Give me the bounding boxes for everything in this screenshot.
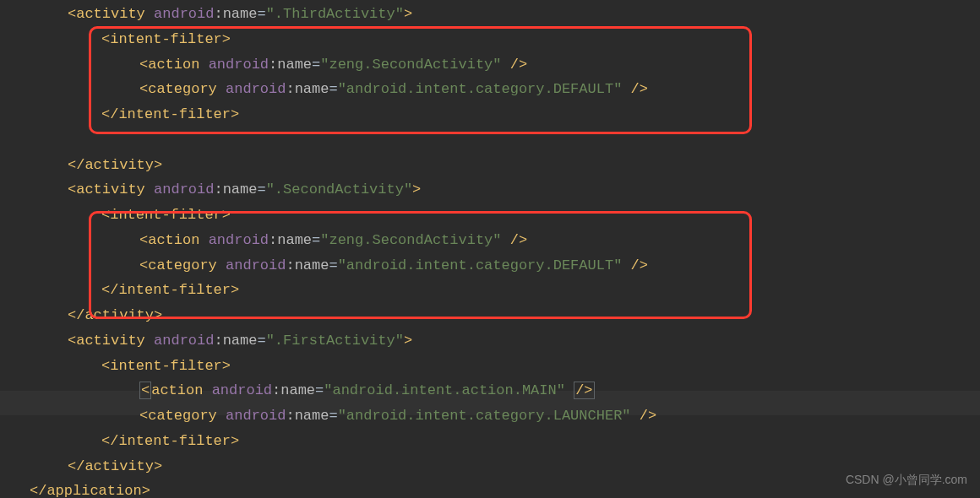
code-line[interactable]: <intent-filter> xyxy=(0,203,980,228)
code-line[interactable] xyxy=(0,127,980,153)
code-line[interactable]: <activity android:name=".FirstActivity"> xyxy=(0,328,980,354)
code-line[interactable]: </activity> xyxy=(0,153,980,178)
code-editor[interactable]: <activity android:name=".ThirdActivity">… xyxy=(0,0,980,498)
code-line[interactable]: <activity android:name=".ThirdActivity"> xyxy=(0,2,980,27)
code-line[interactable]: <intent-filter> xyxy=(0,27,980,52)
code-line[interactable]: <category android:name="android.intent.c… xyxy=(0,403,980,429)
code-line[interactable]: </intent-filter> xyxy=(0,278,980,303)
code-line[interactable]: </activity> xyxy=(0,303,980,328)
code-line[interactable]: <activity android:name=".SecondActivity"… xyxy=(0,177,980,203)
code-line[interactable]: </activity> xyxy=(0,454,980,479)
watermark: CSDN @小曾同学.com xyxy=(846,469,967,490)
code-line[interactable]: </application> xyxy=(0,479,980,498)
code-line[interactable]: <action android:name="android.intent.act… xyxy=(0,378,980,403)
code-line[interactable]: </intent-filter> xyxy=(0,102,980,127)
code-line[interactable]: <intent-filter> xyxy=(0,354,980,379)
code-line[interactable]: <action android:name="zeng.SecondActivit… xyxy=(0,52,980,78)
code-line[interactable]: <category android:name="android.intent.c… xyxy=(0,77,980,102)
code-line[interactable]: <action android:name="zeng.SecondActivit… xyxy=(0,228,980,253)
code-line[interactable]: <category android:name="android.intent.c… xyxy=(0,253,980,279)
code-line[interactable]: </intent-filter> xyxy=(0,429,980,454)
